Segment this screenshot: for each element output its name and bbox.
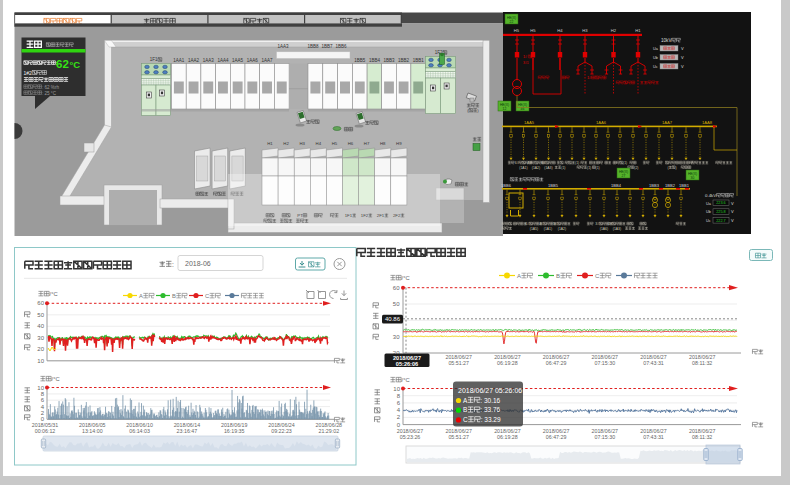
svg-text:A: A <box>463 397 468 404</box>
svg-text:H9: H9 <box>396 141 402 146</box>
svg-text:12: 12 <box>503 107 507 111</box>
svg-text:40: 40 <box>37 323 44 329</box>
svg-text:10kV: 10kV <box>661 38 672 43</box>
svg-text:H1: H1 <box>267 141 273 146</box>
svg-text:(1): (1) <box>596 166 600 170</box>
svg-text:H7: H7 <box>364 141 370 146</box>
svg-text:1BB1: 1BB1 <box>679 183 690 188</box>
svg-text:B: B <box>463 406 467 413</box>
svg-text:PT: PT <box>297 213 303 218</box>
svg-text:(1A3): (1A3) <box>613 227 621 231</box>
svg-text:06:19:28: 06:19:28 <box>497 434 518 440</box>
svg-text:4#: 4# <box>527 161 531 165</box>
svg-text:1AA7: 1AA7 <box>662 120 673 125</box>
svg-text:07:15:30: 07:15:30 <box>594 360 615 366</box>
svg-text:H3: H3 <box>582 28 588 33</box>
svg-text:225.8: 225.8 <box>716 210 726 214</box>
svg-text:1AA6: 1AA6 <box>247 58 259 63</box>
svg-text:62: 62 <box>56 58 69 70</box>
svg-text:(1): (1) <box>575 161 579 165</box>
svg-text:5#: 5# <box>553 222 557 226</box>
svg-text:1AA7: 1AA7 <box>261 58 273 63</box>
svg-text:08:11:32: 08:11:32 <box>692 434 712 440</box>
svg-text:1AA6: 1AA6 <box>596 120 607 125</box>
svg-text:07:15:30: 07:15:30 <box>594 434 615 440</box>
svg-text:30: 30 <box>393 334 400 340</box>
svg-text:1BB3: 1BB3 <box>649 183 660 188</box>
svg-text:H8: H8 <box>380 141 386 146</box>
svg-text:22: 22 <box>510 20 514 24</box>
svg-text:H5: H5 <box>530 28 536 33</box>
svg-text:6#: 6# <box>525 222 529 226</box>
svg-text:C: C <box>205 293 209 299</box>
svg-text:(1A2): (1A2) <box>532 166 540 170</box>
svg-text:°C: °C <box>70 59 81 70</box>
svg-text:(1A3): (1A3) <box>544 166 552 170</box>
svg-text:(1A1): (1A1) <box>544 227 552 231</box>
svg-text:: 30.16: : 30.16 <box>480 397 500 404</box>
svg-text:10: 10 <box>37 385 44 391</box>
svg-text:1AA5: 1AA5 <box>524 120 535 125</box>
svg-text:06:14:03: 06:14:03 <box>129 428 150 434</box>
svg-text:/°C: /°C <box>52 376 60 382</box>
svg-text:C: C <box>595 273 600 279</box>
svg-text:1F2: 1F2 <box>361 213 369 218</box>
svg-text:(1A5): (1A5) <box>530 227 538 231</box>
svg-text:(1): (1) <box>561 166 565 170</box>
svg-text:1BB7: 1BB7 <box>321 44 333 49</box>
svg-text:2#: 2# <box>608 222 612 226</box>
svg-text:2F2: 2F2 <box>393 213 401 218</box>
svg-text:V: V <box>681 55 684 60</box>
svg-text:H2: H2 <box>283 141 289 146</box>
svg-text:1F1: 1F1 <box>345 213 353 218</box>
svg-text:60: 60 <box>393 285 400 291</box>
svg-text:Ub: Ub <box>653 56 658 60</box>
svg-text:Ub: Ub <box>706 210 711 214</box>
svg-text:Uc: Uc <box>653 65 658 69</box>
svg-text:20: 20 <box>37 346 44 352</box>
svg-text:1AA3: 1AA3 <box>277 44 289 49</box>
svg-text:07:43:31: 07:43:31 <box>643 434 664 440</box>
svg-text:09:22:23: 09:22:23 <box>271 428 292 434</box>
svg-text:1AA8: 1AA8 <box>702 120 713 125</box>
svg-text::: : <box>172 261 174 268</box>
svg-text:05:51:27: 05:51:27 <box>448 434 469 440</box>
svg-text:05:26:06: 05:26:06 <box>396 361 418 367</box>
svg-text:223.6: 223.6 <box>716 201 726 205</box>
svg-text:23:16:47: 23:16:47 <box>177 428 198 434</box>
svg-text:: 62 %rh: : 62 %rh <box>42 85 60 90</box>
svg-text:06:47:29: 06:47:29 <box>546 434 567 440</box>
svg-text:50: 50 <box>393 301 400 307</box>
svg-text:1AA1: 1AA1 <box>173 58 185 63</box>
svg-text:H6: H6 <box>348 141 354 146</box>
svg-text:: 33.29: : 33.29 <box>481 416 501 423</box>
svg-text:(1A6): (1A6) <box>600 227 608 231</box>
svg-text:2018/06/27 05:26:06: 2018/06/27 05:26:06 <box>458 387 522 394</box>
svg-text:2F1: 2F1 <box>377 213 385 218</box>
svg-text:H5: H5 <box>514 28 520 33</box>
svg-text:1BB2: 1BB2 <box>665 183 676 188</box>
svg-text:60: 60 <box>37 300 44 306</box>
svg-text:H5: H5 <box>332 141 338 146</box>
svg-text:1AA2: 1AA2 <box>188 58 200 63</box>
svg-text:30: 30 <box>691 176 695 180</box>
svg-text:06:47:29: 06:47:29 <box>546 360 567 366</box>
svg-text:16:19:35: 16:19:35 <box>224 428 245 434</box>
svg-text:1BB4: 1BB4 <box>369 58 381 63</box>
svg-text:0.4kV: 0.4kV <box>705 193 716 198</box>
svg-text:1BB3: 1BB3 <box>383 58 395 63</box>
svg-text:00:06:12: 00:06:12 <box>35 428 56 434</box>
svg-text:A: A <box>517 273 521 279</box>
svg-text:10: 10 <box>393 386 400 392</box>
svg-text:H1: H1 <box>635 28 641 33</box>
svg-text:21:29:02: 21:29:02 <box>318 428 339 434</box>
svg-text:13:14:00: 13:14:00 <box>82 428 103 434</box>
svg-text:V: V <box>731 201 734 206</box>
svg-text:V: V <box>731 218 734 223</box>
svg-text:50: 50 <box>37 312 44 318</box>
svg-text:H4: H4 <box>316 141 322 146</box>
svg-text:1AA4: 1AA4 <box>217 58 229 63</box>
svg-text:3#1: 3#1 <box>523 61 529 65</box>
svg-text:/°C: /°C <box>402 275 410 281</box>
svg-text:1BB5: 1BB5 <box>354 58 366 63</box>
